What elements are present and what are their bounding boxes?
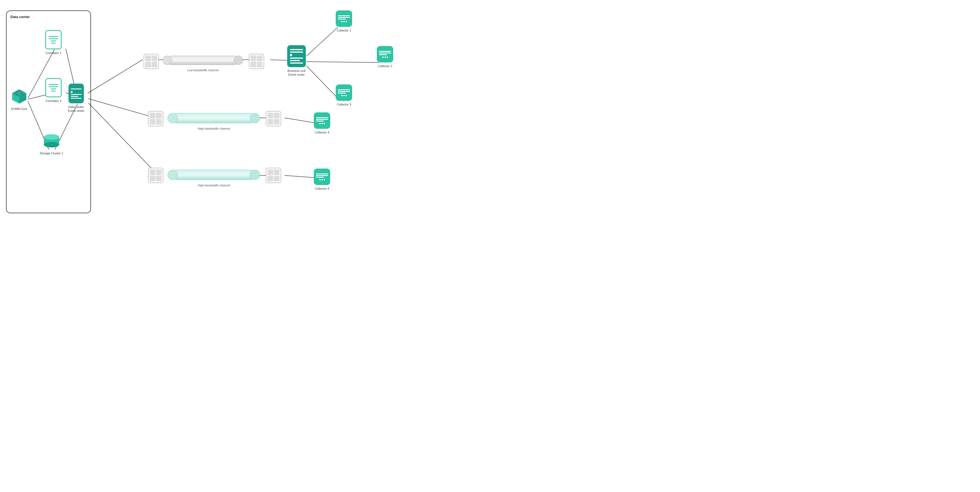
collector4-label: Collector 4 — [315, 131, 329, 134]
storage1-icon — [43, 134, 60, 150]
high-bandwidth-pipe1-icon — [167, 111, 261, 125]
svg-rect-31 — [167, 56, 239, 65]
high-bandwidth1-label: High-bandwidth channel — [197, 127, 230, 130]
svg-line-20 — [306, 66, 337, 98]
correlator2-label: Correlator 2 — [46, 99, 61, 103]
kuma-core-label: KUMA Core — [11, 107, 27, 111]
correlator1-icon — [45, 30, 62, 49]
storage1-node: Storage Cluster 1 — [40, 134, 63, 155]
svg-line-18 — [306, 27, 337, 56]
grid-hb2-left — [148, 168, 163, 183]
low-bandwidth-channel: Low-bandwidth channel — [162, 54, 244, 72]
correlator2-node: Correlator 2 — [45, 78, 62, 103]
grid-lb-right — [249, 54, 264, 69]
low-bandwidth-pipe-icon — [162, 54, 244, 67]
datacenter-label: Data center — [10, 15, 30, 19]
collector3-node: Collector 3 — [336, 84, 352, 106]
svg-line-8 — [88, 103, 156, 173]
low-bandwidth-label: Low-bandwidth channel — [187, 68, 219, 72]
correlator1-label: Correlator 1 — [46, 51, 61, 55]
svg-line-11 — [270, 60, 287, 60]
high-bandwidth2-label: High-bandwidth channel — [197, 184, 230, 187]
collector1-label: Collector 1 — [337, 29, 351, 32]
dc-event-router-icon — [68, 84, 84, 103]
svg-rect-34 — [173, 113, 255, 123]
svg-point-29 — [44, 142, 59, 148]
kuma-core-icon — [10, 88, 28, 105]
correlator1-node: Correlator 1 — [45, 30, 62, 55]
svg-point-30 — [44, 134, 59, 140]
collector1-icon — [336, 10, 352, 27]
collector5-label: Collector 5 — [315, 187, 329, 191]
collector4-node: Collector 4 — [314, 112, 330, 134]
collector1-node: Collector 1 — [336, 10, 352, 32]
svg-line-6 — [88, 60, 143, 93]
collector3-icon — [336, 84, 352, 101]
svg-line-7 — [88, 99, 156, 118]
svg-point-39 — [168, 170, 178, 180]
bu-event-router-icon — [287, 45, 306, 67]
svg-point-32 — [234, 56, 243, 65]
grid-hb1-left — [148, 111, 163, 126]
storage1-label: Storage Cluster 1 — [40, 151, 63, 155]
dc-event-router-node: Data center Event router — [68, 84, 84, 113]
high-bandwidth-channel-1: High-bandwidth channel — [167, 111, 261, 130]
svg-point-36 — [168, 113, 178, 123]
kuma-core-node: KUMA Core — [10, 88, 28, 111]
collector3-label: Collector 3 — [337, 102, 351, 106]
svg-point-38 — [250, 170, 260, 180]
svg-line-17 — [285, 175, 315, 178]
svg-point-35 — [250, 113, 260, 123]
bu-event-router-node: Business unit Event router — [287, 45, 306, 77]
collector5-node: Collector 5 — [314, 169, 330, 191]
grid-hb2-right — [266, 168, 281, 183]
grid-lb-left — [143, 54, 159, 69]
high-bandwidth-channel-2: High-bandwidth channel — [167, 168, 261, 187]
collector2-label: Collector 2 — [378, 64, 393, 68]
collector5-icon — [314, 169, 330, 185]
grid-hb1-right — [266, 111, 281, 126]
diagram: Data center KUMA Core Correlator 1 — [0, 0, 490, 246]
collector2-icon — [377, 46, 393, 62]
svg-rect-37 — [173, 170, 255, 180]
collector2-node: Collector 2 — [377, 46, 393, 68]
correlator2-icon — [45, 78, 62, 97]
high-bandwidth-pipe2-icon — [167, 168, 261, 182]
svg-line-19 — [306, 62, 379, 62]
svg-line-14 — [285, 118, 315, 123]
collector4-icon — [314, 112, 330, 129]
dc-event-router-label: Data center Event router — [68, 105, 84, 113]
bu-event-router-label: Business unit Event router — [288, 69, 305, 77]
svg-point-33 — [163, 56, 172, 65]
